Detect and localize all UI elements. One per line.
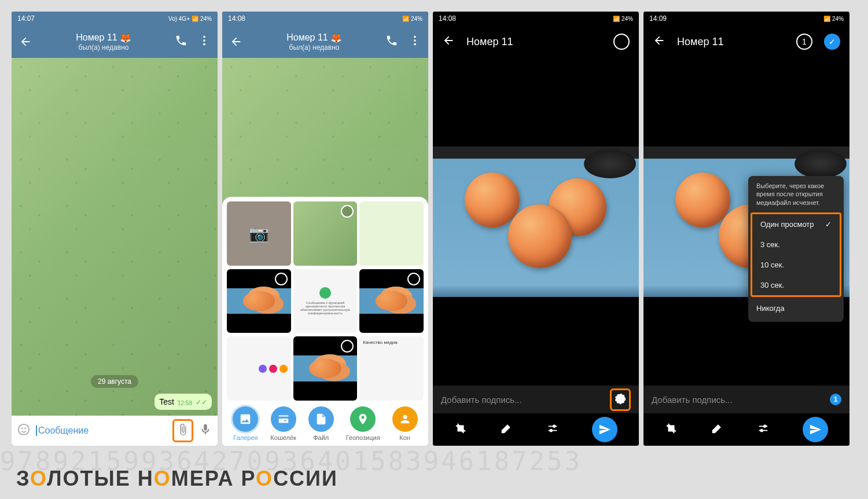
self-destruct-menu: Выберите, через какое время после открыт… bbox=[748, 176, 844, 322]
timer-option-never[interactable]: Никогда bbox=[748, 298, 844, 318]
status-icons: Vo) 4G+📶24% bbox=[168, 16, 212, 22]
editor-toolbar bbox=[643, 413, 849, 446]
timer-badge[interactable]: 1 bbox=[830, 394, 841, 405]
confirm-button[interactable]: ✓ bbox=[824, 34, 840, 50]
select-circle-icon[interactable] bbox=[407, 273, 420, 285]
status-bar: 14:08 📶24% bbox=[433, 12, 639, 25]
tab-wallet[interactable]: Кошелёк bbox=[270, 406, 296, 441]
timer-option-3s[interactable]: 3 сек. bbox=[752, 234, 840, 255]
chat-header: Номер 11🦊 был(а) недавно bbox=[222, 25, 428, 58]
status-time: 14:09 bbox=[649, 14, 667, 23]
caption-input[interactable]: Добавить подпись... bbox=[441, 395, 522, 405]
svg-point-2 bbox=[203, 43, 205, 46]
editor-header: Номер 11 1 ✓ bbox=[643, 25, 849, 58]
svg-point-5 bbox=[24, 428, 26, 430]
chat-title-block[interactable]: Номер 11🦊 был(а) недавно bbox=[42, 32, 165, 52]
crop-button[interactable] bbox=[454, 422, 467, 437]
screen-photo-editor: 14:08 📶24% Номер 11 Добавить подпись... bbox=[433, 12, 639, 446]
chat-header: Номер 11🦊 был(а) недавно bbox=[12, 25, 218, 58]
more-button[interactable] bbox=[198, 34, 211, 49]
timer-option-once[interactable]: Один просмотр✓ bbox=[752, 214, 840, 234]
select-circle-icon[interactable] bbox=[341, 205, 354, 218]
tab-location[interactable]: Геопозиция bbox=[346, 406, 380, 441]
timer-option-30s[interactable]: 30 сек. bbox=[752, 275, 840, 295]
chat-name: Номер 11 bbox=[76, 32, 117, 43]
gallery-thumb-quality[interactable]: Качество медиа bbox=[359, 336, 424, 401]
status-time: 14:07 bbox=[17, 14, 35, 23]
svg-point-3 bbox=[19, 424, 29, 435]
status-time: 14:08 bbox=[439, 14, 456, 23]
gallery-thumb[interactable] bbox=[359, 201, 424, 266]
gallery-thumb-info[interactable]: Сообщение с функцией однократного просмо… bbox=[293, 269, 358, 333]
back-button[interactable] bbox=[229, 35, 243, 49]
call-button[interactable] bbox=[385, 34, 398, 49]
screen-timer-menu: 14:09 📶24% Номер 11 1 ✓ Выберите, через … bbox=[643, 12, 849, 446]
svg-point-1 bbox=[203, 39, 205, 42]
editor-title: Номер 11 bbox=[466, 36, 602, 48]
selected-count-badge[interactable]: 1 bbox=[796, 34, 812, 50]
tab-contact[interactable]: Кон bbox=[392, 406, 418, 441]
fox-emoji: 🦊 bbox=[330, 32, 342, 43]
tab-gallery[interactable]: Галерея bbox=[233, 406, 258, 441]
status-bar: 14:07 Vo) 4G+📶24% bbox=[12, 12, 218, 25]
screen-gallery-picker: 14:08 📶24% Номер 11🦊 был(а) недавно 📷 Со… bbox=[222, 12, 428, 446]
svg-point-6 bbox=[414, 36, 416, 38]
back-button[interactable] bbox=[442, 34, 455, 49]
message-input-bar: Сообщение bbox=[12, 416, 218, 446]
more-button[interactable] bbox=[409, 34, 421, 49]
svg-point-10 bbox=[553, 425, 556, 428]
select-circle-icon[interactable] bbox=[275, 273, 288, 285]
mic-button[interactable] bbox=[199, 423, 212, 438]
timer-hint-text: Выберите, через какое время после открыт… bbox=[748, 182, 844, 211]
editor-header: Номер 11 bbox=[433, 25, 639, 58]
camera-tile[interactable]: 📷 bbox=[227, 201, 291, 266]
gallery-thumb[interactable] bbox=[293, 336, 358, 401]
call-button[interactable] bbox=[175, 34, 187, 49]
status-time: 14:08 bbox=[228, 14, 245, 23]
attach-button[interactable] bbox=[172, 419, 193, 442]
select-circle-icon[interactable] bbox=[341, 340, 354, 353]
editor-title: Номер 11 bbox=[677, 36, 785, 48]
photo-preview[interactable]: Выберите, через какое время после открыт… bbox=[643, 58, 849, 386]
brush-button[interactable] bbox=[500, 422, 513, 437]
gallery-thumb[interactable] bbox=[359, 269, 424, 333]
attachment-tabs: Галерея Кошелёк Файл Геопозиция Кон bbox=[227, 402, 424, 441]
gallery-thumb[interactable] bbox=[293, 201, 358, 266]
screen-chat: 14:07 Vo) 4G+📶24% Номер 11🦊 был(а) недав… bbox=[12, 12, 218, 446]
message-input[interactable]: Сообщение bbox=[36, 425, 167, 436]
gallery-thumb[interactable] bbox=[227, 269, 291, 333]
svg-point-11 bbox=[550, 430, 552, 432]
caption-bar: Добавить подпись... 1 bbox=[643, 386, 849, 413]
svg-point-0 bbox=[203, 36, 205, 38]
select-circle-button[interactable] bbox=[613, 34, 630, 50]
status-bar: 14:09 📶24% bbox=[643, 12, 849, 25]
caption-input[interactable]: Добавить подпись... bbox=[652, 395, 733, 405]
brush-button[interactable] bbox=[711, 422, 723, 437]
svg-point-13 bbox=[760, 430, 763, 432]
tune-button[interactable] bbox=[546, 422, 559, 437]
caption-bar: Добавить подпись... bbox=[433, 386, 639, 413]
photo-preview[interactable] bbox=[433, 58, 639, 386]
chat-lastseen: был(а) недавно bbox=[42, 43, 165, 52]
timer-option-10s[interactable]: 10 сек. bbox=[752, 255, 840, 275]
gallery-thumb[interactable] bbox=[227, 336, 291, 401]
svg-point-8 bbox=[414, 43, 416, 46]
svg-point-4 bbox=[21, 428, 23, 430]
send-button[interactable] bbox=[592, 417, 617, 442]
tune-button[interactable] bbox=[757, 422, 770, 437]
chat-title-block[interactable]: Номер 11🦊 был(а) недавно bbox=[252, 32, 376, 52]
crop-button[interactable] bbox=[665, 422, 678, 437]
svg-point-7 bbox=[414, 39, 416, 42]
send-button[interactable] bbox=[803, 417, 828, 442]
back-button[interactable] bbox=[19, 35, 32, 49]
tab-file[interactable]: Файл bbox=[308, 406, 334, 441]
fox-emoji: 🦊 bbox=[120, 32, 131, 43]
back-button[interactable] bbox=[653, 34, 665, 49]
watermark-brand: ЗОЛОТЫЕ НОМЕРА РОССИИ bbox=[16, 467, 338, 491]
emoji-button[interactable] bbox=[17, 423, 30, 438]
camera-icon: 📷 bbox=[249, 224, 269, 243]
attachment-sheet: 📷 Сообщение с функцией однократного прос… bbox=[222, 197, 428, 446]
svg-point-12 bbox=[764, 425, 766, 428]
timer-button[interactable] bbox=[610, 388, 631, 411]
checkmark-icon: ✓ bbox=[825, 220, 832, 229]
